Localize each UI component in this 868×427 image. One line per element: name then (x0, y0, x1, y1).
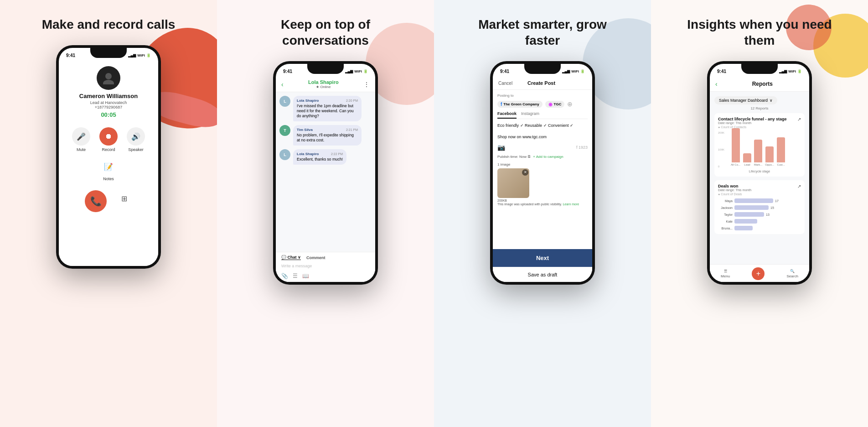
reports-body: Sales Manager Dashboard ∨ 12 Reports ↗ C… (710, 92, 809, 264)
wifi-icon: WiFi (137, 53, 145, 57)
book-icon[interactable]: 📖 (302, 273, 309, 279)
hbar-name-bruna: Bruna... (718, 227, 733, 230)
tab-instagram[interactable]: Instagram (521, 111, 539, 119)
deals-bar-chart: Maya 17 Jackson 15 Tay (718, 198, 801, 230)
signal-icon-3: ▂▄▆ (562, 69, 570, 73)
phone-wrapper-2: 9:41 ▂▄▆ WiFi 🔋 ‹ Lola Shapiro ★ Online (273, 61, 378, 413)
signal-icon-4: ▂▄▆ (779, 69, 787, 73)
wifi-icon-4: WiFi (788, 69, 796, 73)
attachment-icon[interactable]: 📎 (281, 273, 288, 279)
chat-contact-status: ★ Online (287, 85, 360, 89)
chat-input-placeholder[interactable]: Write a message (276, 262, 375, 271)
lifecycle-chart-container: 0 100K 200K All Co... (718, 131, 801, 168)
record-action[interactable]: ⏺ Record (99, 127, 118, 152)
search-button[interactable]: 🔍 Search (787, 269, 798, 278)
save-draft-button[interactable]: Save as draft (493, 267, 592, 282)
chat-tab-comment[interactable]: Comment (306, 255, 326, 260)
post-accounts: f The Green Company ◉ TGC ⊕ (497, 100, 588, 108)
mute-icon-btn[interactable]: 🎤 (72, 127, 90, 146)
panel-2-title: Keep on top of conversations (248, 16, 403, 48)
hbar-kate: Kate (718, 219, 801, 224)
instagram-account-name: TGC (554, 102, 562, 106)
phone-screen-3: 9:41 ▂▄▆ WiFi 🔋 Cancel Create Post Post (493, 64, 592, 282)
bar-label-oppo: Oppo... (765, 163, 774, 166)
notes-icon[interactable]: 📝 (100, 158, 117, 175)
hbar-bruna: Bruna... (718, 226, 801, 230)
expand-lifecycle-button[interactable]: ↗ (797, 117, 801, 122)
create-post-title: Create Post (527, 80, 555, 86)
bar-cust (777, 137, 785, 162)
instagram-account-badge[interactable]: ◉ TGC (545, 101, 565, 108)
facebook-account-badge[interactable]: f The Green Company (497, 101, 542, 108)
chat-back-button[interactable]: ‹ (281, 81, 284, 88)
bubble-header-1: Lola Shapiro 2:20 PM (297, 99, 358, 103)
bubble-time-1: 2:20 PM (346, 99, 358, 102)
post-image-thumbnail: ✕ (497, 168, 529, 198)
dashboard-dropdown[interactable]: Sales Manager Dashboard ∨ (714, 96, 777, 104)
hbar-taylor: Taylor 13 (718, 212, 801, 217)
chat-more-button[interactable]: ⋮ (363, 81, 370, 88)
phone-notch-1 (90, 48, 127, 58)
post-meta-row: 📷 f 1923 (497, 144, 588, 151)
remove-image-button[interactable]: ✕ (522, 169, 528, 176)
lifecycle-x-label: Lifecycle stage (718, 170, 801, 173)
phone-screen-1: 9:41 ▂▄▆ WiFi 🔋 Cameron W (59, 48, 158, 266)
call-actions: 🎤 Mute ⏺ Record 🔊 Speaker (72, 127, 145, 152)
bubble-header-2: Tim Silva 2:21 PM (297, 128, 358, 132)
status-time-4: 9:41 (717, 69, 726, 74)
bar-label-cust: Cust... (777, 163, 785, 166)
battery-icon-4: 🔋 (797, 69, 802, 73)
add-to-campaign-link[interactable]: + Add to campaign (533, 155, 563, 159)
speaker-icon-btn[interactable]: 🔊 (127, 127, 145, 146)
bar-mark (754, 140, 762, 162)
reports-back-button[interactable]: ‹ (715, 80, 718, 88)
learn-more-link[interactable]: Learn more (563, 203, 579, 206)
panel-3-title: Market smarter, grow faster (465, 16, 620, 48)
keypad-button[interactable]: ⊞ (116, 190, 132, 207)
call-end-row: 📞 ⊞ (85, 190, 132, 212)
tab-facebook[interactable]: Facebook (497, 111, 517, 119)
notes-action[interactable]: 📝 Notes (100, 158, 117, 181)
end-call-button[interactable]: 📞 (85, 190, 107, 212)
phone-wrapper-1: 9:41 ▂▄▆ WiFi 🔋 Cameron W (56, 45, 161, 413)
chat-bubble-1: Lola Shapiro 2:20 PM I've missed the 1pm… (293, 96, 362, 121)
chat-message-3: L Lola Shapiro 2:22 PM Excellent, thanks… (279, 149, 372, 165)
bar-label-lead: Lead (744, 163, 750, 166)
chat-tab-chat[interactable]: 💬 Chat ∨ (281, 255, 301, 260)
menu-button[interactable]: ☰ Menu (721, 269, 730, 278)
add-button[interactable]: + (752, 267, 765, 280)
list-icon[interactable]: ☰ (293, 273, 298, 279)
add-account-button[interactable]: ⊕ (567, 100, 573, 108)
next-button[interactable]: Next (493, 249, 592, 267)
hbar-name-taylor: Taylor (718, 213, 733, 216)
posting-to-label: Posting to (497, 94, 588, 98)
deals-legend: ● Count of Deals (718, 193, 801, 196)
status-icons-2: ▂▄▆ WiFi 🔋 (345, 69, 368, 73)
camera-icon[interactable]: 📷 (497, 144, 505, 151)
hbar-bar-maya (734, 198, 773, 203)
record-icon-btn[interactable]: ⏺ (99, 127, 118, 146)
hbar-bar-kate (734, 219, 757, 224)
phone-1: 9:41 ▂▄▆ WiFi 🔋 Cameron W (56, 45, 161, 269)
msg-avatar-1: L (279, 96, 290, 107)
status-time-2: 9:41 (283, 69, 292, 74)
bubble-name-3: Lola Shapiro (297, 152, 319, 156)
mute-action[interactable]: 🎤 Mute (72, 127, 90, 152)
expand-deals-button[interactable]: ↗ (797, 184, 801, 189)
wifi-icon-2: WiFi (354, 69, 362, 73)
publish-time-label: Publish time: Now 🗓 (497, 155, 531, 159)
phone-2: 9:41 ▂▄▆ WiFi 🔋 ‹ Lola Shapiro ★ Online (273, 61, 378, 285)
chat-input-area: 💬 Chat ∨ Comment Write a message 📎 ☰ 📖 (276, 252, 375, 282)
image-size-label: 200KB (497, 199, 588, 202)
msg-avatar-3: L (279, 149, 290, 160)
search-label: Search (787, 274, 798, 278)
panel-4-title: Insights when you need them (682, 16, 837, 48)
post-platform-tabs: Facebook Instagram (497, 111, 588, 119)
status-icons-1: ▂▄▆ WiFi 🔋 (128, 53, 151, 57)
speaker-action[interactable]: 🔊 Speaker (127, 127, 145, 152)
facebook-icon: f (501, 102, 502, 107)
y-axis-labels: 0 100K 200K (718, 131, 724, 168)
phone-wrapper-3: 9:41 ▂▄▆ WiFi 🔋 Cancel Create Post Post (490, 61, 595, 413)
deals-card: ↗ Deals won Date range: This month ● Cou… (714, 180, 805, 234)
cancel-button[interactable]: Cancel (498, 81, 512, 86)
